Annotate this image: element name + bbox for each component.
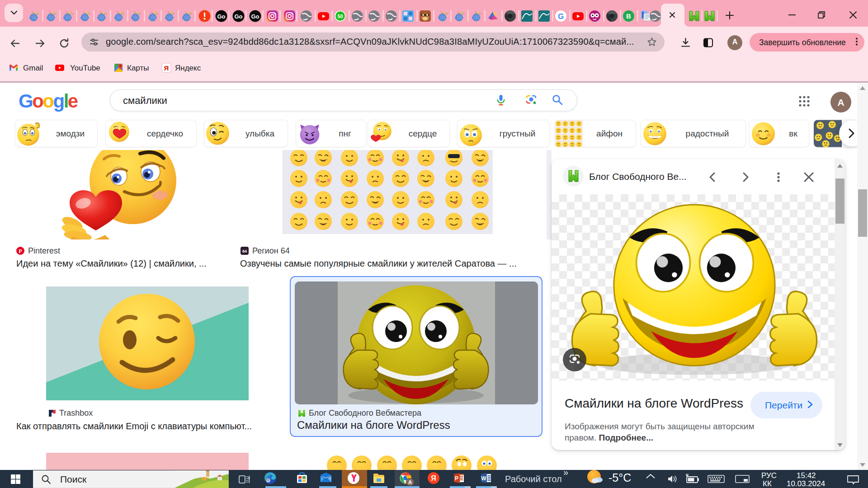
svg-text:W: W xyxy=(481,475,486,482)
svg-text:Go: Go xyxy=(251,13,259,20)
svg-text:P: P xyxy=(455,475,458,482)
svg-text:50: 50 xyxy=(337,14,343,19)
svg-text:Go: Go xyxy=(217,13,225,20)
svg-text:G: G xyxy=(557,12,563,21)
svg-text:B: B xyxy=(626,12,631,20)
svg-text:Я: Я xyxy=(164,64,169,72)
svg-text:64: 64 xyxy=(242,249,247,253)
svg-text:Go: Go xyxy=(234,13,242,20)
svg-text:P: P xyxy=(19,248,22,254)
svg-text:Я: Я xyxy=(431,474,436,482)
